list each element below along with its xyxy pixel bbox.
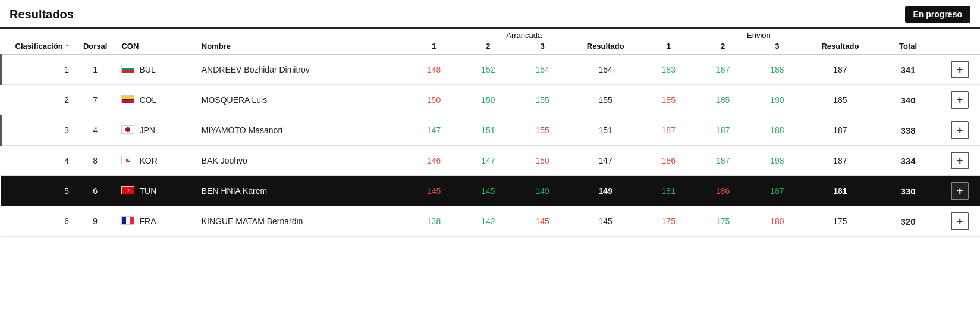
- dorsal-cell: 7: [71, 85, 120, 115]
- arr-result: 151: [570, 115, 642, 146]
- column-sub-header: Clasificación ↑ Dorsal CON Nombre 1 2 3 …: [1, 40, 981, 55]
- country-code: BUL: [139, 65, 155, 74]
- results-container: Resultados En progreso Arrancada Envión …: [0, 0, 980, 311]
- country-code: FRA: [139, 216, 156, 226]
- con-cell: FRA: [119, 206, 199, 237]
- arr1: 138: [407, 206, 461, 237]
- env2: 185: [696, 85, 750, 115]
- th-dorsal: Dorsal: [71, 40, 120, 55]
- athlete-name: MIYAMOTO Masanori: [199, 115, 407, 146]
- arr-result: 145: [570, 206, 642, 237]
- results-table: Arrancada Envión Clasificación ↑ Dorsal …: [0, 29, 980, 237]
- arr2: 145: [461, 176, 515, 206]
- arr1: 148: [407, 55, 461, 85]
- th-arr-1: 1: [407, 40, 461, 55]
- dorsal-cell: 8: [71, 146, 120, 176]
- th-env-1: 1: [642, 40, 696, 55]
- athlete-name: BEN HNIA Karem: [199, 176, 407, 206]
- env3: 188: [750, 115, 804, 146]
- arr-result: 147: [570, 146, 642, 176]
- column-group-header: Arrancada Envión: [1, 29, 981, 40]
- expand-button[interactable]: +: [951, 121, 969, 139]
- th-empty-1: [1, 29, 407, 40]
- arr1: 146: [407, 146, 461, 176]
- env2: 187: [696, 146, 750, 176]
- env-result: 187: [804, 115, 876, 146]
- con-cell: TUN: [119, 176, 199, 206]
- th-con: CON: [119, 40, 199, 55]
- th-envion: Envión: [642, 29, 877, 40]
- env3: 190: [750, 85, 804, 115]
- env2: 187: [696, 55, 750, 85]
- env2: 186: [696, 176, 750, 206]
- dorsal-cell: 9: [71, 206, 120, 237]
- total-cell: 338: [876, 115, 940, 146]
- rank-cell: 4: [1, 146, 71, 176]
- th-plus-empty: [940, 40, 980, 55]
- expand-cell[interactable]: +: [940, 146, 980, 176]
- con-cell: JPN: [119, 115, 199, 146]
- table-row: 4 8 KOR BAK Joohyo 146 147 150 147 186 1…: [1, 146, 981, 176]
- table-row: 3 4 JPN MIYAMOTO Masanori 147 151 155 15…: [1, 115, 981, 146]
- con-cell: COL: [119, 85, 199, 115]
- athlete-name: MOSQUERA Luis: [199, 85, 407, 115]
- expand-cell[interactable]: +: [940, 55, 980, 85]
- athlete-name: ANDREEV Bozhidar Dimitrov: [199, 55, 407, 85]
- arr2: 152: [461, 55, 515, 85]
- th-arr-3: 3: [515, 40, 569, 55]
- arr3: 154: [515, 55, 569, 85]
- arr2: 150: [461, 85, 515, 115]
- arr1: 150: [407, 85, 461, 115]
- arr3: 149: [515, 176, 569, 206]
- th-nombre: Nombre: [199, 40, 407, 55]
- th-clasificacion: Clasificación ↑: [1, 40, 71, 55]
- arr1: 147: [407, 115, 461, 146]
- arr3: 155: [515, 115, 569, 146]
- athlete-name: BAK Joohyo: [199, 146, 407, 176]
- arr2: 151: [461, 115, 515, 146]
- arr2: 142: [461, 206, 515, 237]
- arr-result: 155: [570, 85, 642, 115]
- rank-cell: 3: [1, 115, 71, 146]
- arr3: 150: [515, 146, 569, 176]
- rank-cell: 1: [1, 55, 71, 85]
- rank-cell: 5: [1, 176, 71, 206]
- rank-cell: 6: [1, 206, 71, 237]
- flag-bul: [121, 65, 134, 73]
- expand-cell[interactable]: +: [940, 206, 980, 237]
- page-title: Resultados: [10, 8, 74, 21]
- table-row: 5 6 TUN BEN HNIA Karem 145 145 149 149 1…: [1, 176, 981, 206]
- arr1: 145: [407, 176, 461, 206]
- th-arr-result: Resultado: [570, 40, 642, 55]
- env2: 175: [696, 206, 750, 237]
- th-total-empty: [876, 29, 980, 40]
- table-row: 6 9 FRA KINGUE MATAM Bernardin 138 142 1…: [1, 206, 981, 237]
- total-cell: 320: [876, 206, 940, 237]
- flag-col: [121, 95, 134, 103]
- expand-cell[interactable]: +: [940, 115, 980, 146]
- expand-cell[interactable]: +: [940, 176, 980, 206]
- env-result: 187: [804, 146, 876, 176]
- expand-button[interactable]: +: [951, 182, 969, 200]
- env-result: 185: [804, 85, 876, 115]
- flag-kor: [121, 156, 134, 164]
- expand-cell[interactable]: +: [940, 85, 980, 115]
- flag-fra: [121, 216, 134, 225]
- country-code: JPN: [139, 125, 155, 135]
- env3: 188: [750, 55, 804, 85]
- country-code: COL: [139, 95, 156, 105]
- th-env-3: 3: [750, 40, 804, 55]
- expand-button[interactable]: +: [951, 91, 969, 109]
- expand-button[interactable]: +: [951, 152, 969, 169]
- env3: 180: [750, 206, 804, 237]
- athlete-name: KINGUE MATAM Bernardin: [199, 206, 407, 237]
- table-row: 2 7 COL MOSQUERA Luis 150 150 155 155 18…: [1, 85, 981, 115]
- dorsal-cell: 1: [71, 55, 120, 85]
- env3: 198: [750, 146, 804, 176]
- expand-button[interactable]: +: [951, 61, 969, 78]
- total-cell: 340: [876, 85, 940, 115]
- th-env-2: 2: [696, 40, 750, 55]
- expand-button[interactable]: +: [951, 212, 969, 230]
- country-code: TUN: [139, 186, 156, 196]
- con-cell: KOR: [119, 146, 199, 176]
